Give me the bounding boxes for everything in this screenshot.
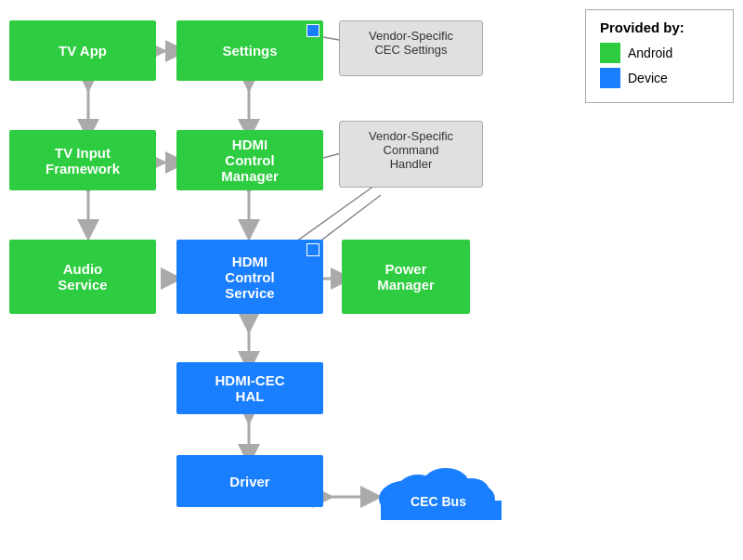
hdmi-control-service-device-indicator: [306, 243, 319, 256]
vendor-cec-settings-callout: Vendor-SpecificCEC Settings: [339, 20, 483, 76]
audio-service-block: AudioService: [9, 240, 156, 314]
settings-block: Settings: [176, 20, 323, 81]
tv-app-label: TV App: [59, 43, 107, 59]
tv-input-framework-block: TV InputFramework: [9, 130, 156, 190]
cec-bus-block: CEC Bus: [367, 460, 511, 520]
legend-device-label: Device: [628, 71, 668, 85]
hdmi-cec-hal-label: HDMI-CECHAL: [215, 372, 285, 404]
legend-android-color: [600, 43, 620, 63]
vendor-command-handler-callout: Vendor-SpecificCommandHandler: [339, 121, 483, 188]
legend-title: Provided by:: [600, 20, 719, 35]
audio-service-label: AudioService: [58, 261, 107, 293]
settings-label: Settings: [222, 43, 277, 59]
legend-android: Android: [600, 43, 719, 63]
legend-android-label: Android: [628, 46, 672, 60]
power-manager-block: PowerManager: [342, 240, 470, 314]
legend-box: Provided by: Android Device: [585, 9, 734, 103]
legend-device-color: [600, 68, 620, 88]
power-manager-label: PowerManager: [377, 261, 435, 293]
svg-text:CEC Bus: CEC Bus: [411, 494, 466, 509]
cec-bus-svg: CEC Bus: [367, 460, 511, 520]
hdmi-control-manager-label: HDMIControlManager: [221, 137, 279, 184]
tv-input-framework-label: TV InputFramework: [46, 145, 120, 176]
hdmi-control-service-block: HDMIControlService: [176, 240, 323, 314]
tv-app-block: TV App: [9, 20, 156, 81]
legend-device: Device: [600, 68, 719, 88]
settings-device-indicator: [306, 24, 319, 37]
hdmi-control-service-label: HDMIControlService: [225, 254, 274, 301]
hdmi-cec-hal-block: HDMI-CECHAL: [176, 362, 323, 414]
driver-block: Driver: [176, 455, 323, 507]
hdmi-control-manager-block: HDMIControlManager: [176, 130, 323, 190]
vendor-command-handler-label: Vendor-SpecificCommandHandler: [369, 129, 453, 171]
driver-label: Driver: [229, 474, 269, 489]
diagram-container: TV App Settings Vendor-SpecificCEC Setti…: [0, 0, 743, 560]
vendor-cec-settings-label: Vendor-SpecificCEC Settings: [369, 29, 453, 57]
